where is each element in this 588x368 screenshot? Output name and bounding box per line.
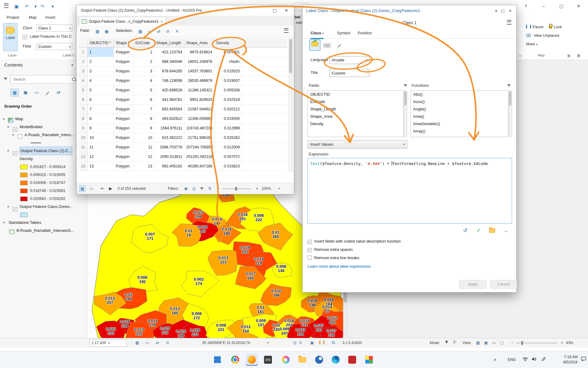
- help-icon[interactable]: ?: [521, 2, 531, 10]
- tree-item-roads-a[interactable]: ▾ A:Roads_Ramallah_Inters...: [0, 131, 87, 139]
- table-cell[interactable]: 5: [79, 86, 88, 95]
- table-cell[interactable]: 2: [134, 57, 154, 67]
- zoom-slider-thumb[interactable]: [521, 341, 523, 345]
- label-button[interactable]: Label: [3, 23, 18, 51]
- revert-expression-icon[interactable]: ↺: [461, 227, 469, 235]
- label-features-checkbox[interactable]: ✓ Label Features In This C: [23, 34, 72, 39]
- row-selector-header[interactable]: [79, 38, 88, 48]
- open-expression-icon[interactable]: [488, 227, 496, 235]
- table-cell[interactable]: 21751.586194: [184, 133, 214, 143]
- chevron-down-icon[interactable]: ▾: [276, 185, 282, 192]
- checkbox[interactable]: [307, 255, 312, 260]
- table-cell[interactable]: 441.564781: [154, 95, 184, 105]
- coordinates-readout[interactable]: 35.1905508°E 31.9128161°N: [202, 338, 250, 347]
- table-cell[interactable]: 8: [134, 114, 154, 124]
- table-cell[interactable]: [242, 105, 287, 114]
- tree-item-standalone-tables[interactable]: ▾ Standalone Tables: [0, 219, 87, 227]
- table-cell[interactable]: 11356.059992: [184, 114, 214, 124]
- expand-icon[interactable]: ▾: [7, 203, 9, 211]
- table-cell[interactable]: [242, 114, 287, 124]
- table-cell[interactable]: [242, 133, 287, 143]
- pause-drawing-icon[interactable]: [319, 340, 326, 346]
- table-cell[interactable]: Polygon: [114, 57, 134, 67]
- field-combo[interactable]: Custom▾: [36, 43, 72, 50]
- table-cell[interactable]: 21067.544912: [184, 105, 214, 114]
- tab-position[interactable]: Position: [358, 28, 372, 38]
- expand-icon[interactable]: ▾: [3, 115, 5, 123]
- tree-item-roads-b[interactable]: B:Roads_Ramallah_Intersect3...: [0, 227, 87, 235]
- table-tab[interactable]: Output Feature Class...s_CopyFeatures1 ✕: [79, 17, 166, 26]
- pane-menu-icon[interactable]: ▾: [492, 8, 500, 14]
- window-titlebar[interactable]: Output Feature Class (2):Zones_CopyFeatu…: [77, 5, 294, 16]
- export-expression-icon[interactable]: →: [502, 227, 510, 235]
- field-item[interactable]: EACode: [308, 98, 403, 105]
- zoom-out-view-icon[interactable]: ▭: [491, 340, 497, 346]
- tree-item-output-fc[interactable]: ▾ ✓ Output Feature Class:Zones...: [0, 203, 87, 211]
- table-cell[interactable]: [242, 48, 287, 57]
- column-header-eacode[interactable]: EACode: [134, 38, 154, 48]
- zoom-to-selection-icon[interactable]: ▭: [146, 28, 153, 35]
- table-cell[interactable]: [242, 57, 287, 67]
- table-cell[interactable]: 13: [79, 162, 88, 171]
- title-input[interactable]: [330, 69, 369, 77]
- cursor-mode-icon[interactable]: [443, 340, 450, 346]
- function-item[interactable]: Area(): [411, 113, 508, 120]
- select-rectangle-icon[interactable]: ▭: [144, 340, 151, 346]
- full-extent-icon[interactable]: ▢: [499, 340, 505, 346]
- scrollbar-thumb[interactable]: [404, 91, 407, 105]
- table-row[interactable]: 33Polygon3678.64428514537.7636010.015525: [79, 67, 287, 76]
- table-cell[interactable]: Polygon: [114, 76, 134, 86]
- map-scale-combo[interactable]: 1:17,439 ▾: [89, 339, 127, 347]
- table-cell[interactable]: Polygon: [114, 86, 134, 95]
- checkbox[interactable]: ✓: [307, 248, 312, 252]
- table-cell[interactable]: 6: [88, 95, 114, 105]
- list-by-editing-icon[interactable]: [43, 89, 51, 96]
- table-row[interactable]: 44Polygon4746.12800628530.4696790.019007: [79, 76, 287, 86]
- tab-map[interactable]: Map: [27, 14, 38, 21]
- table-vertical-scrollbar[interactable]: [288, 38, 293, 171]
- tab-insert[interactable]: Insert: [43, 14, 57, 21]
- filter-selected-icon[interactable]: ◉: [183, 185, 189, 192]
- table-cell[interactable]: 0.012999: [214, 124, 242, 133]
- tree-item-output-fc2[interactable]: ▾ ✓ Output Feature Class (2):Z...: [0, 147, 87, 155]
- table-cell[interactable]: 11266.145321: [184, 86, 214, 95]
- table-cell[interactable]: 5: [88, 86, 114, 95]
- table-cell[interactable]: [242, 67, 287, 76]
- column-header-density[interactable]: Density: [214, 38, 242, 48]
- file-explorer-icon[interactable]: [296, 354, 308, 366]
- table-cell[interactable]: 6: [79, 95, 88, 105]
- table-cell[interactable]: Polygon: [114, 143, 134, 152]
- table-cell[interactable]: Polygon: [114, 133, 134, 143]
- table-cell[interactable]: Polygon: [114, 105, 134, 114]
- delete-selection-icon[interactable]: ✕: [173, 28, 181, 35]
- field-item[interactable]: Density: [308, 120, 403, 128]
- close-tab-icon[interactable]: ✕: [160, 17, 163, 25]
- table-cell[interactable]: 7: [79, 105, 88, 114]
- table-cell[interactable]: 10: [79, 133, 88, 143]
- table-cell[interactable]: 251291.062116: [184, 152, 214, 162]
- table-cell[interactable]: 493.832612: [154, 114, 184, 124]
- table-cell[interactable]: Polygon: [114, 152, 134, 162]
- table-cell[interactable]: 0.020212: [214, 105, 242, 114]
- tab-class[interactable]: Class ▾: [311, 28, 324, 39]
- column-header-shape-length[interactable]: Shape_Length: [154, 38, 184, 48]
- expand-icon[interactable]: ▾: [7, 123, 9, 131]
- view-unplaced-button[interactable]: View Unplaced: [526, 33, 559, 38]
- table-cell[interactable]: 3: [134, 67, 154, 76]
- pause-button[interactable]: Pause: [526, 25, 543, 29]
- function-item[interactable]: Abs(): [411, 91, 508, 98]
- expand-icon[interactable]: ▾: [7, 147, 9, 155]
- polygon-symbol-swatch[interactable]: [20, 213, 28, 217]
- column-header-objectid[interactable]: OBJECTID *: [88, 38, 114, 48]
- table-cell[interactable]: [242, 152, 287, 162]
- tab-symbol[interactable]: Symbol: [337, 28, 350, 38]
- function-item[interactable]: Array(): [411, 128, 508, 135]
- table-row[interactable]: 1313Polygon13962.40519240265.8471880.015…: [79, 162, 287, 171]
- table-cell[interactable]: 18501.248978: [184, 57, 214, 67]
- list-by-source-icon[interactable]: ▣: [21, 89, 29, 96]
- table-row[interactable]: 11Polygon1422.1237549675.6198140.007301: [79, 48, 287, 57]
- expand-icon[interactable]: ▾: [3, 219, 5, 227]
- table-zoom-thumb[interactable]: [235, 187, 237, 191]
- chevron-down-icon[interactable]: ▾: [267, 338, 269, 347]
- insert-values-combo[interactable]: Insert Values ▾: [307, 140, 407, 149]
